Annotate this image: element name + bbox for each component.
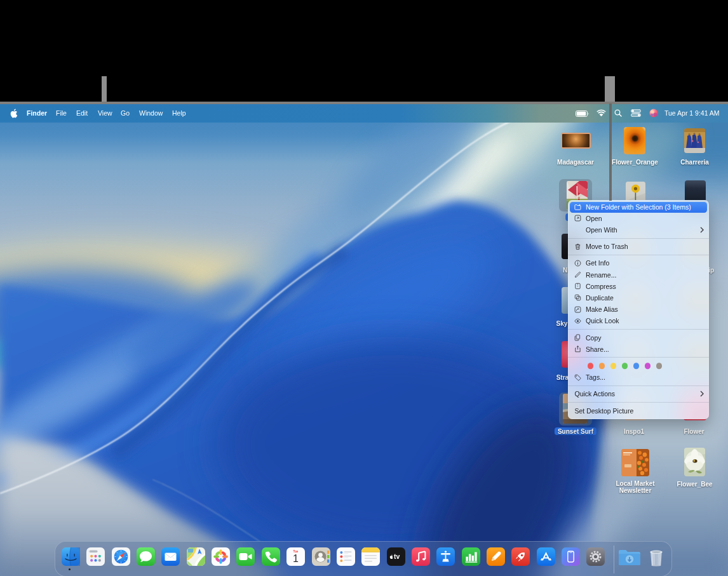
svg-text:1: 1: [293, 553, 299, 564]
svg-text:tv: tv: [394, 553, 400, 560]
